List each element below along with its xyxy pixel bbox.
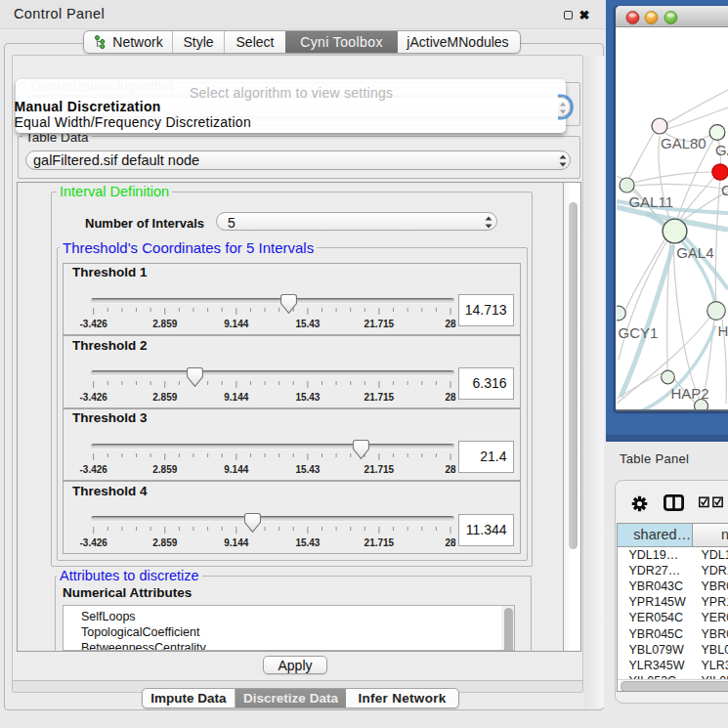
svg-text:GA: GA — [715, 142, 728, 158]
svg-text:GAL4: GAL4 — [676, 244, 713, 261]
svg-text:GCY1: GCY1 — [619, 324, 659, 341]
svg-text:GAL11: GAL11 — [628, 193, 673, 210]
svg-text:GAL80: GAL80 — [661, 135, 707, 151]
svg-text:HAP2: HAP2 — [671, 385, 709, 402]
svg-text:H: H — [718, 322, 728, 339]
svg-text:CD: CD — [721, 182, 728, 198]
